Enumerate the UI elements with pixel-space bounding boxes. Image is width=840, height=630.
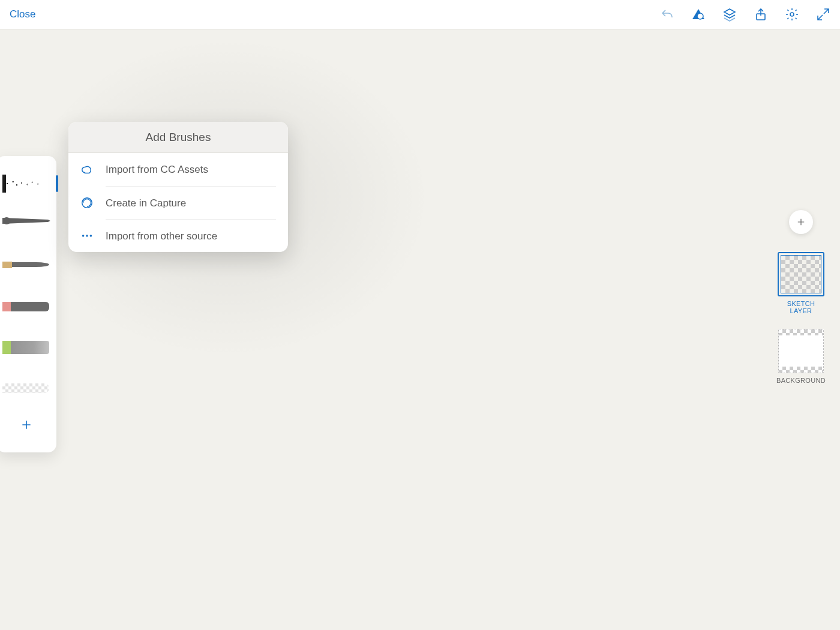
toolbar-actions xyxy=(660,7,762,22)
popover-item-label: Import from other source xyxy=(106,219,276,252)
brush-marker[interactable] xyxy=(0,286,56,326)
brush-pencil-preview xyxy=(2,256,50,274)
svg-point-4 xyxy=(82,235,85,237)
popover-item-label: Import from CC Assets xyxy=(106,153,276,186)
brush-eraser[interactable] xyxy=(0,367,56,408)
brush-spray-preview xyxy=(2,175,50,193)
brush-pencil[interactable] xyxy=(0,245,56,286)
brush-watercolor-preview xyxy=(2,338,50,356)
brush-panel xyxy=(0,156,56,452)
svg-point-0 xyxy=(697,13,703,19)
brush-spray[interactable] xyxy=(0,163,56,204)
svg-point-5 xyxy=(86,235,88,237)
close-button[interactable]: Close xyxy=(10,8,35,20)
popover-item-label: Create in Capture xyxy=(106,186,276,219)
plus-icon xyxy=(20,419,32,431)
canvas-area[interactable] xyxy=(0,29,762,571)
svg-point-6 xyxy=(90,235,92,237)
capture-icon xyxy=(79,195,95,211)
add-brushes-popover: Add Brushes Import from CC Assets Create… xyxy=(68,122,288,252)
undo-icon[interactable] xyxy=(660,7,674,22)
popover-title: Add Brushes xyxy=(68,122,288,153)
brush-watercolor[interactable] xyxy=(0,326,56,367)
shape-tool-icon[interactable] xyxy=(691,7,706,22)
top-toolbar: Close xyxy=(0,0,762,29)
more-dots-icon xyxy=(79,228,95,244)
add-brush-button[interactable] xyxy=(0,408,56,442)
import-other-source-item[interactable]: Import from other source xyxy=(68,219,288,252)
brush-marker-preview xyxy=(2,297,50,315)
layers-icon[interactable] xyxy=(722,7,737,22)
import-cc-assets-item[interactable]: Import from CC Assets xyxy=(68,153,288,186)
brush-active-indicator xyxy=(56,175,58,192)
brush-ink-preview xyxy=(2,215,50,233)
brush-ink[interactable] xyxy=(0,204,56,245)
share-icon[interactable] xyxy=(754,7,762,22)
create-in-capture-item[interactable]: Create in Capture xyxy=(68,186,288,219)
brush-eraser-preview xyxy=(2,379,50,397)
creative-cloud-icon xyxy=(79,162,95,178)
